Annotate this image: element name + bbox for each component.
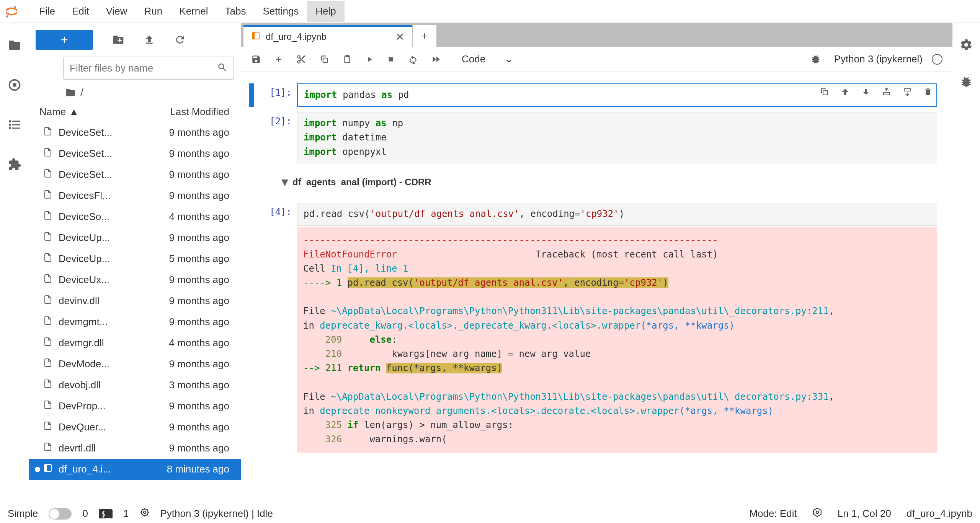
menu-kernel[interactable]: Kernel bbox=[171, 1, 216, 22]
tab-notebook[interactable]: df_uro_4.ipynb ✕ bbox=[243, 25, 412, 47]
file-row[interactable]: DeviceSet...9 months ago bbox=[29, 122, 241, 143]
kernel-indicator[interactable]: Python 3 (ipykernel) bbox=[834, 53, 942, 65]
file-name: DevicesFl... bbox=[59, 190, 165, 202]
cell-prompt: [2]: bbox=[255, 112, 297, 127]
running-icon[interactable] bbox=[8, 78, 21, 93]
extensions-icon[interactable] bbox=[8, 158, 21, 173]
file-row[interactable]: devinv.dll9 months ago bbox=[29, 290, 241, 311]
breadcrumb-root[interactable]: / bbox=[80, 86, 83, 99]
filebrowser-toolbar bbox=[29, 23, 241, 57]
svg-point-23 bbox=[816, 511, 819, 514]
menu-tabs[interactable]: Tabs bbox=[216, 1, 254, 22]
file-list[interactable]: DeviceSet...9 months agoDeviceSet...9 mo… bbox=[29, 122, 241, 504]
run-button[interactable] bbox=[365, 55, 374, 64]
file-modified: 8 minutes ago bbox=[167, 463, 229, 475]
file-row[interactable]: devmgr.dll4 months ago bbox=[29, 332, 241, 354]
delete-icon[interactable] bbox=[923, 86, 933, 101]
file-row[interactable]: DevQuer...9 months ago bbox=[29, 417, 241, 438]
file-icon bbox=[43, 316, 52, 328]
file-name: df_uro_4.i... bbox=[59, 463, 163, 475]
cut-button[interactable] bbox=[296, 54, 306, 64]
file-icon bbox=[43, 274, 52, 286]
file-row[interactable]: devrtl.dll9 months ago bbox=[29, 438, 241, 459]
markdown-cell[interactable]: ▾ df_agents_anal (import) - CDRR bbox=[249, 173, 937, 192]
refresh-button[interactable] bbox=[174, 34, 186, 46]
menu-file[interactable]: File bbox=[31, 1, 64, 22]
code-cell[interactable]: [4]: pd.read_csv('output/df_agents_anal.… bbox=[249, 203, 937, 225]
file-name: DeviceUx... bbox=[59, 274, 165, 286]
add-tab-button[interactable]: + bbox=[413, 25, 436, 47]
file-name: DevProp... bbox=[59, 400, 165, 412]
debug-icon[interactable] bbox=[960, 75, 973, 90]
menu-run[interactable]: Run bbox=[136, 1, 171, 22]
cell-type-select[interactable]: Code ⌄ bbox=[462, 53, 513, 65]
file-row[interactable]: DevicesFl...9 months ago bbox=[29, 185, 241, 206]
file-row[interactable]: devmgmt...9 months ago bbox=[29, 311, 241, 332]
cell-input[interactable]: import pandas as pd bbox=[297, 83, 937, 107]
insert-below-icon[interactable] bbox=[903, 86, 912, 101]
breadcrumb[interactable]: / bbox=[29, 83, 241, 102]
cell-input[interactable]: import numpy as npimport datetimeimport … bbox=[297, 112, 937, 163]
property-inspector-icon[interactable] bbox=[960, 38, 973, 52]
interrupt-button[interactable] bbox=[387, 55, 395, 64]
debugger-icon[interactable] bbox=[810, 54, 821, 65]
cursor-position[interactable]: Ln 1, Col 20 bbox=[838, 508, 891, 520]
file-icon bbox=[43, 379, 52, 391]
toc-icon[interactable] bbox=[8, 118, 21, 133]
file-row[interactable]: devobj.dll3 months ago bbox=[29, 375, 241, 396]
upload-button[interactable] bbox=[144, 34, 155, 46]
file-row[interactable]: DeviceUp...5 months ago bbox=[29, 248, 241, 269]
jupyter-logo bbox=[4, 4, 19, 19]
file-modified: 9 months ago bbox=[169, 358, 229, 370]
terminals-count[interactable]: 0 bbox=[82, 508, 88, 520]
collapse-icon[interactable]: ▾ bbox=[282, 173, 288, 192]
svg-rect-14 bbox=[323, 58, 328, 62]
paste-button[interactable] bbox=[342, 54, 352, 64]
close-icon[interactable]: ✕ bbox=[395, 31, 404, 43]
cell-input[interactable]: pd.read_csv('output/df_agents_anal.csv',… bbox=[297, 203, 937, 225]
notebook-content[interactable]: [1]: import pandas as pd bbox=[241, 72, 952, 504]
file-row[interactable]: DeviceSo...4 months ago bbox=[29, 206, 241, 227]
new-folder-button[interactable] bbox=[112, 34, 124, 46]
kernel-status[interactable]: Python 3 (ipykernel) | Idle bbox=[160, 508, 273, 520]
file-name: DeviceUp... bbox=[59, 232, 165, 244]
restart-run-all-button[interactable] bbox=[431, 54, 441, 64]
insert-cell-button[interactable] bbox=[274, 55, 283, 64]
cell-toolbar bbox=[820, 86, 933, 101]
filter-input[interactable] bbox=[63, 57, 234, 80]
simple-toggle[interactable] bbox=[49, 508, 72, 520]
column-name[interactable]: Name bbox=[39, 106, 66, 118]
save-button[interactable] bbox=[251, 54, 261, 64]
file-row[interactable]: DeviceSet...9 months ago bbox=[29, 164, 241, 185]
file-row[interactable]: DevMode...9 months ago bbox=[29, 354, 241, 375]
code-cell[interactable]: [2]: import numpy as npimport datetimeim… bbox=[249, 112, 937, 163]
search-icon bbox=[217, 62, 228, 74]
copy-button[interactable] bbox=[319, 54, 329, 64]
menu-help[interactable]: Help bbox=[307, 1, 344, 22]
terminal-icon[interactable]: $_ bbox=[99, 509, 113, 518]
file-row[interactable]: DeviceUx...9 months ago bbox=[29, 269, 241, 290]
new-launcher-button[interactable] bbox=[36, 30, 93, 50]
duplicate-icon[interactable] bbox=[820, 86, 829, 101]
move-up-icon[interactable] bbox=[841, 86, 850, 101]
file-row[interactable]: DeviceSet...9 months ago bbox=[29, 143, 241, 164]
menu-settings[interactable]: Settings bbox=[254, 1, 307, 22]
mode-indicator[interactable]: Mode: Edit bbox=[749, 508, 797, 520]
column-modified[interactable]: Last Modified bbox=[170, 106, 229, 118]
kernels-count[interactable]: 1 bbox=[123, 508, 129, 520]
file-path[interactable]: df_uro_4.ipynb bbox=[906, 508, 972, 520]
file-modified: 9 months ago bbox=[169, 274, 229, 286]
menu-view[interactable]: View bbox=[98, 1, 136, 22]
file-row[interactable]: df_uro_4.i...8 minutes ago bbox=[29, 459, 241, 480]
file-modified: 9 months ago bbox=[169, 190, 229, 202]
notification-icon[interactable] bbox=[812, 507, 822, 520]
menu-edit[interactable]: Edit bbox=[64, 1, 98, 22]
folder-icon[interactable] bbox=[8, 38, 21, 53]
code-cell[interactable]: [1]: import pandas as pd bbox=[249, 83, 937, 107]
file-row[interactable]: DeviceUp...9 months ago bbox=[29, 227, 241, 248]
file-name: DeviceSet... bbox=[59, 127, 165, 138]
move-down-icon[interactable] bbox=[861, 86, 871, 101]
file-row[interactable]: DevProp...9 months ago bbox=[29, 396, 241, 417]
insert-above-icon[interactable] bbox=[882, 86, 891, 101]
restart-button[interactable] bbox=[408, 54, 418, 64]
